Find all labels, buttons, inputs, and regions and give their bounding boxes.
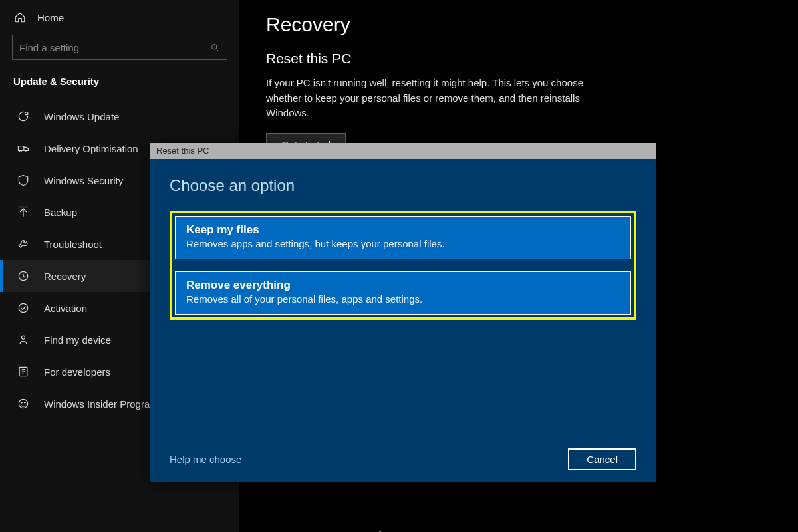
svg-line-1 [216,49,218,51]
section-title: Update & Security [0,72,239,100]
svg-point-16 [25,402,26,404]
insider-icon [16,396,31,411]
backup-icon [16,205,31,219]
svg-point-15 [21,402,23,404]
reset-pc-dialog: Reset this PC Choose an option Keep my f… [150,143,656,482]
home-button[interactable]: Home [0,5,239,35]
dialog-heading: Choose an option [170,176,636,195]
options-highlight: Keep my files Removes apps and settings,… [170,211,636,320]
search-input[interactable]: Find a setting [12,35,227,60]
search-placeholder: Find a setting [19,42,79,53]
page-title: Recovery [266,13,778,36]
sidebar-item-label: Delivery Optimisation [44,143,138,154]
option-remove-everything[interactable]: Remove everything Removes all of your pe… [175,271,631,315]
search-icon [209,42,220,53]
home-icon [13,11,27,24]
cancel-button[interactable]: Cancel [568,448,636,470]
recovery-icon [16,269,31,283]
svg-point-4 [25,150,27,152]
svg-point-8 [19,303,27,312]
developers-icon [16,364,31,379]
reset-heading: Reset this PC [266,51,778,66]
option-title: Remove everything [186,279,620,292]
svg-point-9 [22,336,25,339]
svg-rect-2 [19,146,24,151]
sidebar-item-label: Backup [44,207,77,218]
dialog-titlebar: Reset this PC [150,143,656,159]
sync-icon [16,109,31,124]
more-recovery-heading: More recovery options [266,529,778,533]
sidebar-item-label: Windows Update [44,111,119,122]
sidebar-item-label: Windows Security [44,175,123,186]
sidebar-item-label: Activation [44,303,87,314]
wrench-icon [16,237,31,251]
reset-description: If your PC isn't running well, resetting… [266,76,612,121]
find-device-icon [16,332,31,347]
svg-point-0 [211,44,217,49]
sidebar-item-windows-update[interactable]: Windows Update [0,100,239,132]
dialog-footer: Help me choose Cancel [170,448,636,470]
help-me-choose-link[interactable]: Help me choose [170,454,241,465]
option-title: Keep my files [186,223,620,237]
home-label: Home [37,12,64,23]
sidebar-item-label: For developers [44,366,110,378]
option-desc: Removes apps and settings, but keeps you… [186,238,620,249]
option-keep-my-files[interactable]: Keep my files Removes apps and settings,… [175,216,631,259]
check-circle-icon [16,301,31,315]
sidebar-item-label: Find my device [44,334,111,346]
sidebar-item-label: Recovery [44,271,86,282]
dialog-body: Choose an option Keep my files Removes a… [150,159,656,482]
delivery-icon [16,141,31,156]
sidebar-item-label: Troubleshoot [44,239,102,250]
shield-icon [16,173,31,188]
svg-point-3 [20,150,21,152]
option-desc: Removes all of your personal files, apps… [186,293,620,305]
